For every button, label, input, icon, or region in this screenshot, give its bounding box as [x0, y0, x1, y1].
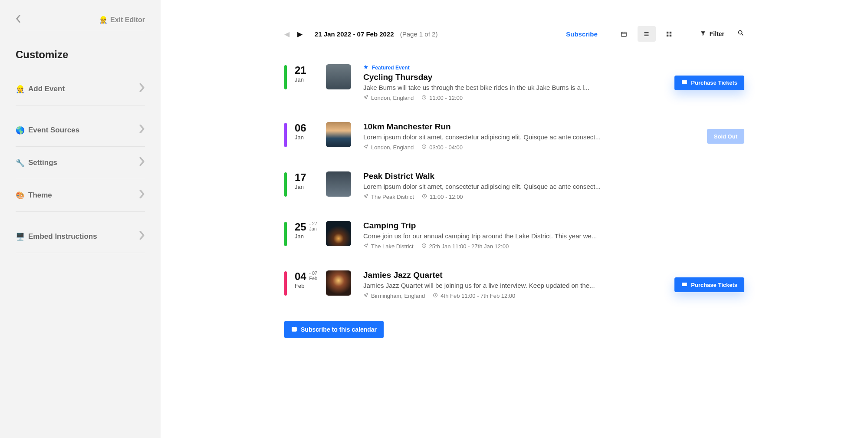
location-icon — [363, 293, 368, 299]
chevron-right-icon — [139, 83, 145, 95]
event-content: Camping TripCome join us for our annual … — [363, 221, 744, 250]
chevron-right-icon — [139, 231, 145, 242]
search-icon — [737, 30, 744, 38]
date-nav: ◀ ▶ — [284, 30, 302, 38]
event-month: Jan — [295, 184, 326, 190]
toolbar: ◀ ▶ 21 Jan 2022 - 07 Feb 2022 (Page 1 of… — [284, 26, 744, 42]
event-cta: Sold Out — [707, 129, 744, 144]
event-description: Lorem ipsum dolor sit amet, consectetur … — [363, 133, 700, 141]
event-location: The Lake District — [363, 243, 414, 250]
event-description: Jamies Jazz Quartet will be joining us f… — [363, 282, 667, 289]
event-description: Jake Burns will take us through the best… — [363, 84, 667, 91]
featured-label: Featured Event — [372, 65, 410, 71]
sidebar-item-icon: 🖥️ — [16, 232, 25, 241]
event-time-text: 11:00 - 12:00 — [430, 194, 463, 200]
event-location-text: London, England — [371, 144, 414, 151]
exit-editor-link[interactable]: 👷 Exit Editor — [99, 16, 145, 24]
main: ◀ ▶ 21 Jan 2022 - 07 Feb 2022 (Page 1 of… — [161, 0, 868, 438]
clock-icon — [421, 144, 427, 151]
subscribe-calendar-label: Subscribe to this calendar — [301, 326, 377, 333]
clock-icon — [421, 243, 427, 250]
location-icon — [363, 194, 368, 200]
event-location-text: The Lake District — [371, 243, 414, 250]
event-description: Lorem ipsum dolor sit amet, consectetur … — [363, 183, 737, 190]
event-row[interactable]: 06 Jan10km Manchester RunLorem ipsum dol… — [284, 114, 744, 164]
subscribe-calendar-button[interactable]: Subscribe to this calendar — [284, 321, 384, 338]
event-content: Featured EventCycling ThursdayJake Burns… — [363, 64, 674, 101]
event-row[interactable]: 21 JanFeatured EventCycling ThursdayJake… — [284, 56, 744, 114]
exit-editor-icon: 👷 — [99, 16, 108, 24]
filter-label: Filter — [710, 30, 724, 37]
clock-icon — [422, 194, 427, 200]
event-date: 21 Jan — [295, 64, 326, 83]
filter-button[interactable]: Filter — [700, 30, 724, 38]
event-meta: London, England03:00 - 04:00 — [363, 144, 700, 151]
ticket-icon — [681, 282, 687, 288]
purchase-tickets-button[interactable]: Purchase Tickets — [674, 277, 744, 292]
event-row[interactable]: 17 JanPeak District WalkLorem ipsum dolo… — [284, 164, 744, 213]
event-date: 06 Jan — [295, 122, 326, 141]
star-icon — [363, 64, 368, 71]
sidebar-item-icon: 🌎 — [16, 126, 25, 135]
sidebar-item-label: Event Sources — [28, 126, 79, 135]
svg-rect-2 — [670, 31, 671, 33]
event-month: Jan — [295, 76, 326, 83]
event-day-end: - 07Feb — [309, 270, 317, 281]
event-list: 21 JanFeatured EventCycling ThursdayJake… — [284, 56, 744, 312]
event-meta: The Peak District11:00 - 12:00 — [363, 194, 737, 200]
event-month: Jan — [295, 134, 326, 141]
sidebar-item-icon: 👷 — [16, 85, 25, 94]
event-stripe — [284, 222, 287, 246]
event-row[interactable]: 04 - 07FebFebJamies Jazz QuartetJamies J… — [284, 263, 744, 312]
sidebar-item-theme[interactable]: 🎨Theme — [16, 179, 145, 212]
sidebar: 👷 Exit Editor Customize 👷Add Event🌎Event… — [0, 0, 161, 438]
event-location: Birmingham, England — [363, 293, 425, 299]
sidebar-item-label: Theme — [28, 191, 52, 200]
event-row[interactable]: 25 - 27JanJanCamping TripCome join us fo… — [284, 213, 744, 263]
event-cta: Purchase Tickets — [674, 277, 744, 292]
event-time: 25th Jan 11:00 - 27th Jan 12:00 — [421, 243, 509, 250]
back-icon[interactable] — [16, 15, 21, 25]
page-indicator: (Page 1 of 2) — [400, 30, 438, 38]
event-title: Peak District Walk — [363, 171, 737, 181]
grid-icon — [666, 31, 672, 37]
view-calendar-button[interactable] — [615, 26, 633, 42]
event-day: 06 — [295, 122, 306, 134]
prev-page-icon[interactable]: ◀ — [284, 30, 289, 38]
search-button[interactable] — [737, 30, 744, 38]
exit-row: 👷 Exit Editor — [16, 9, 145, 31]
event-location-text: Birmingham, England — [371, 293, 425, 299]
sidebar-item-add-event[interactable]: 👷Add Event — [16, 73, 145, 105]
sidebar-item-embed[interactable]: 🖥️Embed Instructions — [16, 221, 145, 253]
sidebar-item-event-sources[interactable]: 🌎Event Sources — [16, 114, 145, 147]
location-icon — [363, 95, 368, 101]
event-thumbnail — [326, 270, 351, 296]
event-time: 11:00 - 12:00 — [421, 95, 463, 101]
sidebar-item-icon: 🔧 — [16, 158, 25, 168]
range-dash: - — [353, 30, 357, 38]
view-grid-button[interactable] — [660, 26, 678, 42]
sidebar-heading: Customize — [16, 49, 145, 61]
event-thumbnail — [326, 64, 351, 89]
event-meta: The Lake District25th Jan 11:00 - 27th J… — [363, 243, 737, 250]
event-time: 4th Feb 11:00 - 7th Feb 12:00 — [433, 293, 515, 299]
next-page-icon[interactable]: ▶ — [297, 30, 302, 38]
purchase-tickets-button[interactable]: Purchase Tickets — [674, 76, 744, 90]
date-range: 21 Jan 2022 - 07 Feb 2022 — [315, 30, 394, 38]
ticket-icon — [681, 79, 687, 86]
sidebar-item-icon: 🎨 — [16, 191, 25, 200]
calendar-icon — [621, 31, 627, 37]
sidebar-item-label: Settings — [28, 158, 57, 167]
event-date: 17 Jan — [295, 171, 326, 190]
svg-rect-3 — [667, 34, 668, 36]
sidebar-item-settings[interactable]: 🔧Settings — [16, 147, 145, 179]
clock-icon — [421, 95, 427, 101]
event-location: London, England — [363, 95, 414, 101]
svg-rect-11 — [292, 327, 297, 331]
subscribe-link[interactable]: Subscribe — [566, 30, 598, 38]
event-content: Peak District WalkLorem ipsum dolor sit … — [363, 171, 744, 200]
event-thumbnail — [326, 221, 351, 246]
view-list-button[interactable] — [638, 26, 656, 42]
event-time: 03:00 - 04:00 — [421, 144, 463, 151]
event-time-text: 25th Jan 11:00 - 27th Jan 12:00 — [429, 243, 509, 250]
